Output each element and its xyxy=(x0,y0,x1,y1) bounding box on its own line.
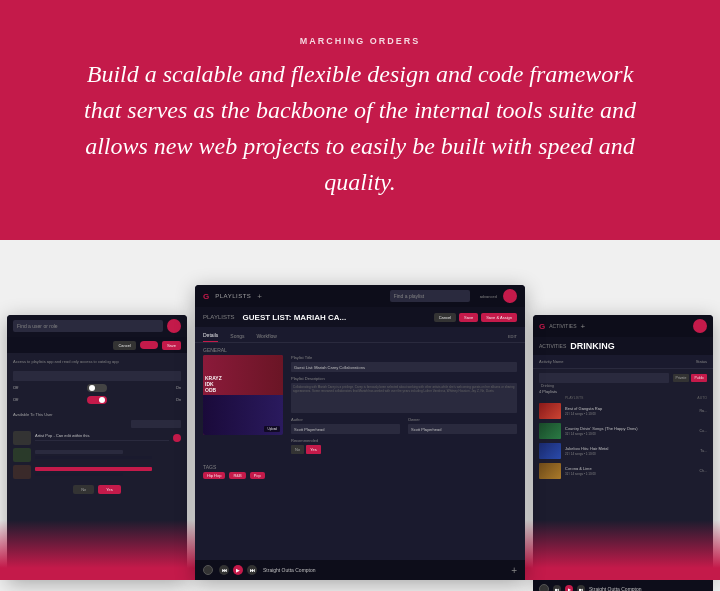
center-search-box[interactable]: Find a playlist xyxy=(390,290,470,302)
center-cancel-btn[interactable]: Cancel xyxy=(434,313,456,322)
left-artist-name: Artist Pop - Can edit within this xyxy=(35,433,169,438)
filter-input-text: Drinking xyxy=(539,384,556,388)
left-no-btn[interactable]: No xyxy=(73,485,94,494)
owner-input[interactable]: Scott Playerhead xyxy=(408,424,517,434)
center-playlists-nav[interactable]: PLAYLISTS xyxy=(215,293,251,299)
right-filter-area: Drinking Private Public xyxy=(533,369,713,387)
pl-thumb-4 xyxy=(539,463,561,479)
hero-section: MARCHING ORDERS Build a scalable and fle… xyxy=(0,0,720,240)
right-top-bar: G ACTIVITIES + xyxy=(533,315,713,337)
play-btn[interactable]: ▶ xyxy=(233,565,243,575)
filter-input[interactable]: Drinking xyxy=(539,373,669,383)
public-btn[interactable]: Public xyxy=(691,374,707,382)
center-tabs: Details Songs Workflow EDIT xyxy=(195,327,525,343)
center-bottom-bar: ⏮ ▶ ⏭ Straight Outta Compton + xyxy=(195,560,525,580)
auto-col-header: AUTO xyxy=(697,396,707,400)
left-cancel-btn[interactable]: Cancel xyxy=(113,341,135,350)
left-search-artists[interactable] xyxy=(131,420,181,428)
right-pl-item-1[interactable]: Best of Gangsta Rap 22 / 14 songs • 1:10… xyxy=(539,403,707,419)
left-toggle-on-2: On xyxy=(176,397,181,402)
right-pl-item-2[interactable]: Country Drivin' Songs (The Happy Ones) 3… xyxy=(539,423,707,439)
owner-col: Owner Scott Playerhead xyxy=(408,417,517,438)
right-track-name: Straight Outta Compton xyxy=(589,586,642,591)
right-activities-nav[interactable]: ACTIVITIES xyxy=(549,323,576,329)
private-btn[interactable]: Private xyxy=(673,374,690,382)
pl-songs-3: 22 / 14 songs • 1:10:00 xyxy=(565,452,696,456)
right-plus-icon[interactable]: + xyxy=(580,322,585,331)
next-btn[interactable]: ⏭ xyxy=(247,565,257,575)
left-bottom-btns: No Yes xyxy=(13,485,181,494)
left-artist-sub-3 xyxy=(35,473,123,476)
left-rename-field[interactable] xyxy=(13,371,181,381)
marching-orders-label: MARCHING ORDERS xyxy=(300,36,421,46)
right-pl-item-3[interactable]: Jukebox Hits: Hair Metal 22 / 14 songs •… xyxy=(539,443,707,459)
left-yes-btn[interactable]: Yes xyxy=(98,485,121,494)
owner-label: Owner xyxy=(408,417,517,422)
pl-info-2: Country Drivin' Songs (The Happy Ones) 3… xyxy=(565,426,696,435)
left-toggle-label-1: Off xyxy=(13,385,18,390)
tag-pill-1[interactable]: Hip Hop xyxy=(203,472,225,479)
play-controls: ⏮ ▶ ⏭ xyxy=(219,565,257,575)
left-toggle-group xyxy=(140,341,158,349)
center-plus-icon[interactable]: + xyxy=(257,292,262,301)
right-mockup-wrapper: G ACTIVITIES + ACTIVITIES DRINKING Activ… xyxy=(533,315,713,580)
left-toggle-switch-1[interactable] xyxy=(87,384,107,392)
right-pl-item-4[interactable]: Corona & Lime 32 / 14 songs • 1:10:00 Ch… xyxy=(539,463,707,479)
left-artist-row-3 xyxy=(13,465,181,479)
tag-pill-2[interactable]: R&B xyxy=(229,472,245,479)
center-save-btn[interactable]: Save xyxy=(459,313,478,322)
right-play-controls: ⏮ ▶ ⏭ xyxy=(553,585,585,591)
center-title-bar: PLAYLISTS GUEST LIST: MARIAH CA... Cance… xyxy=(195,307,525,327)
left-artist-info-3 xyxy=(35,467,181,476)
description-label: Playlist Description xyxy=(291,376,517,381)
playlist-title-label: Playlist Title xyxy=(291,355,517,360)
pl-thumb-2 xyxy=(539,423,561,439)
center-mockup: G PLAYLISTS + Find a playlist advanced P… xyxy=(195,285,525,580)
left-search-text: Find a user or role xyxy=(17,323,58,329)
pl-info-3: Jukebox Hits: Hair Metal 22 / 14 songs •… xyxy=(565,446,696,455)
prev-btn[interactable]: ⏮ xyxy=(219,565,229,575)
status-btns: Private Public xyxy=(673,374,707,382)
right-playlist-list: PLAYLISTS AUTO Best of Gangsta Rap 22 / … xyxy=(533,396,713,479)
left-save-btn[interactable]: Save xyxy=(162,341,181,350)
center-advanced-btn[interactable]: advanced xyxy=(480,294,497,299)
pl-extra-3: Tu... xyxy=(700,449,707,453)
vinyl-icon xyxy=(203,565,213,575)
right-activities-tab[interactable]: ACTIVITIES xyxy=(539,343,566,349)
playlists-col-header: PLAYLISTS xyxy=(565,396,583,400)
right-sub-bar: Activity Name Status xyxy=(533,355,713,369)
right-play-btn[interactable]: ▶ xyxy=(565,585,573,591)
description-textarea[interactable]: Collaborating with Mariah Carey is a pri… xyxy=(291,383,517,413)
left-available-label: Available To This User xyxy=(13,412,181,417)
tab-workflow[interactable]: Workflow xyxy=(256,333,276,342)
center-g-logo: G xyxy=(203,292,209,301)
recommended-btns: No Yes xyxy=(291,445,341,454)
left-artist-row-2 xyxy=(13,448,181,462)
left-toggle[interactable] xyxy=(140,341,158,349)
tag-pill-3[interactable]: Pop xyxy=(250,472,265,479)
center-add-btn[interactable]: + xyxy=(511,565,517,576)
left-toggle-switch-2[interactable] xyxy=(87,396,107,404)
pl-thumb-3 xyxy=(539,443,561,459)
playlists-count: 4 Playlists xyxy=(533,387,713,396)
author-input[interactable]: Scott Playerhead xyxy=(291,424,400,434)
left-artist-info: Artist Pop - Can edit within this xyxy=(35,433,169,443)
recommended-yes[interactable]: Yes xyxy=(306,445,321,454)
right-next-btn[interactable]: ⏭ xyxy=(577,585,585,591)
playlist-title-input[interactable]: Guest List: Mariah Carey Collaborations xyxy=(291,362,517,372)
right-drinking-label[interactable]: DRINKING xyxy=(570,341,615,351)
tab-details[interactable]: Details xyxy=(203,332,218,342)
right-prev-btn[interactable]: ⏮ xyxy=(553,585,561,591)
left-add-icon[interactable] xyxy=(173,434,181,442)
center-avatar xyxy=(503,289,517,303)
left-artist-sub-2 xyxy=(35,456,152,459)
center-body: KRAYZIDKODB Upload Playlist Title Guest … xyxy=(195,355,525,460)
pl-extra-2: Cu... xyxy=(700,429,707,433)
tab-songs[interactable]: Songs xyxy=(230,333,244,342)
pl-info-4: Corona & Lime 32 / 14 songs • 1:10:00 xyxy=(565,466,696,475)
center-save-assign-btn[interactable]: Save & Assign xyxy=(481,313,517,322)
upload-btn[interactable]: Upload xyxy=(264,426,280,432)
left-search-box[interactable]: Find a user or role xyxy=(13,320,163,332)
right-title-bar: ACTIVITIES DRINKING xyxy=(533,337,713,355)
recommended-no[interactable]: No xyxy=(291,445,304,454)
